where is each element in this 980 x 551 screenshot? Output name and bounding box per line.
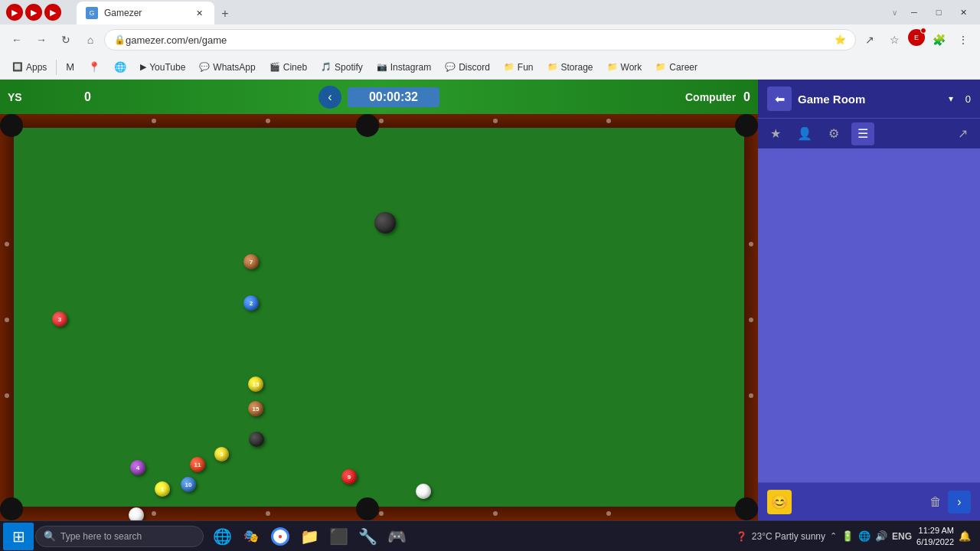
content-area: YS 0 ‹ 00:00:32 Computer 0 (0, 80, 980, 520)
search-placeholder: Type here to search (60, 531, 142, 542)
menu-button[interactable]: ⋮ (952, 29, 974, 51)
yt-icon-3[interactable]: ▶ (44, 4, 61, 21)
tab-scroll-icon: ∨ (892, 5, 897, 20)
nav-bar: ← → ↻ ⌂ 🔒 gamezer.com/en/game ⭐ ↗ ☆ E 🧩 … (0, 24, 980, 55)
search-bar[interactable]: 🔍 Type here to search (35, 526, 204, 547)
taskbar-app2[interactable]: 🎮 (383, 523, 410, 550)
bookmark-spotify[interactable]: 🎵 Spotify (315, 58, 369, 77)
bookmark-fun[interactable]: 📁 Fun (498, 58, 540, 77)
emoji-button[interactable]: 😊 (767, 490, 792, 514)
taskbar-apps: 🌐 🎭 ● 📁 ⬛ 🔧 🎮 (208, 523, 410, 550)
sidebar-count: 0 (965, 93, 971, 105)
taskbar-right: ❓ 23°C Partly sunny ⌃ 🔋 🌐 🔊 ENG 11:29 AM… (736, 525, 977, 547)
profile-icon[interactable]: E (908, 29, 925, 46)
close-button[interactable]: ✕ (952, 5, 974, 20)
back-game-button[interactable]: ‹ (318, 86, 341, 109)
taskbar-terminal[interactable]: ⬛ (325, 523, 352, 550)
bookmark-button[interactable]: ☆ (884, 29, 905, 51)
sidebar-back-button[interactable]: ⬅ (767, 86, 792, 111)
rail-bottom (0, 507, 758, 520)
title-bar: ▶ ▶ ▶ G Gamezer ✕ + ∨ ─ □ ✕ (0, 0, 980, 24)
start-button[interactable]: ⊞ (3, 523, 34, 550)
player-name: YS (8, 91, 69, 103)
active-tab[interactable]: G Gamezer ✕ (77, 2, 214, 24)
yt-icon-2[interactable]: ▶ (25, 4, 42, 21)
favorites-button[interactable]: ★ (764, 122, 787, 145)
reload-button[interactable]: ↻ (55, 29, 77, 51)
table-outer (0, 114, 758, 520)
bookmark-maps[interactable]: 📍 (82, 58, 106, 77)
bookmarks-bar: 🔲 Apps M 📍 🌐 ▶ YouTube 💬 WhatsApp 🎬 Cine… (0, 55, 980, 80)
bookmark-chrome[interactable]: 🌐 (108, 58, 132, 77)
pocket-bot-right (735, 497, 758, 520)
show-hidden-icon[interactable]: ⌃ (830, 531, 837, 541)
clock-date: 6/19/2022 (916, 536, 954, 547)
computer-name: Computer (685, 91, 736, 103)
computer-score: 0 (743, 90, 750, 104)
tab-favicon: G (86, 7, 98, 19)
sidebar: ⬅ Game Room ▾ 0 ★ 👤 ⚙ ☰ ↗ › 😊 🗑 › (758, 80, 980, 520)
pocket-bot-left (0, 497, 23, 520)
bookmark-whatsapp[interactable]: 💬 WhatsApp (193, 58, 261, 77)
settings-button[interactable]: ⚙ (822, 122, 845, 145)
back-button[interactable]: ← (6, 29, 28, 51)
language-indicator: ENG (892, 531, 912, 542)
address-bar[interactable]: 🔒 gamezer.com/en/game ⭐ (104, 29, 856, 51)
clock-time: 11:29 AM (916, 525, 954, 536)
sidebar-toolbar: ★ 👤 ⚙ ☰ ↗ › (758, 118, 980, 148)
weather-text: 23°C Partly sunny (752, 531, 825, 542)
nav-actions: ↗ ☆ E 🧩 ⋮ (859, 29, 974, 51)
yt-icon-1[interactable]: ▶ (6, 4, 23, 21)
new-tab-button[interactable]: + (214, 3, 236, 24)
taskbar-app1[interactable]: 🔧 (354, 523, 381, 550)
bookmark-instagram[interactable]: 📷 Instagram (371, 58, 437, 77)
notifications-icon[interactable]: 🔔 (959, 530, 971, 542)
tab-title: Gamezer (104, 8, 142, 18)
external-button[interactable]: ↗ (951, 122, 974, 145)
delete-button[interactable]: 🗑 (929, 495, 942, 509)
bookmark-career[interactable]: 📁 Career (649, 58, 704, 77)
sidebar-dropdown[interactable]: ▾ (949, 93, 953, 104)
system-clock: 11:29 AM 6/19/2022 (916, 525, 954, 547)
sidebar-header: ⬅ Game Room ▾ 0 (758, 80, 980, 118)
bookmark-youtube[interactable]: ▶ YouTube (134, 58, 191, 77)
score-bar: YS 0 ‹ 00:00:32 Computer 0 (0, 80, 758, 114)
window-controls: ∨ ─ □ ✕ (892, 5, 974, 20)
share-button[interactable]: ↗ (859, 29, 880, 51)
system-icons: 23°C Partly sunny (752, 531, 825, 542)
url-text: gamezer.com/en/game (126, 34, 835, 46)
rail-left (0, 128, 14, 507)
timer-container: ‹ 00:00:32 (318, 86, 439, 109)
taskbar-chrome[interactable]: ● (266, 523, 294, 550)
sidebar-footer: 😊 🗑 › (758, 482, 980, 520)
next-button[interactable]: › (948, 491, 971, 514)
bookmark-storage[interactable]: 📁 Storage (541, 58, 599, 77)
player-score: 0 (84, 90, 91, 104)
sidebar-title: Game Room (798, 93, 942, 106)
pocket-top-mid (356, 114, 379, 137)
users-button[interactable]: 👤 (793, 122, 816, 145)
bookmark-cineb[interactable]: 🎬 Cineb (263, 58, 313, 77)
minimize-button[interactable]: ─ (903, 5, 925, 20)
game-timer: 00:00:32 (348, 87, 439, 107)
taskbar-anim[interactable]: 🎭 (237, 523, 265, 550)
taskbar-files[interactable]: 📁 (296, 523, 323, 550)
rail-right (744, 128, 758, 507)
list-button[interactable]: ☰ (851, 122, 874, 145)
pool-table[interactable]: 3721315110411596 (0, 114, 758, 520)
tab-close-button[interactable]: ✕ (193, 7, 205, 19)
home-button[interactable]: ⌂ (80, 29, 101, 51)
forward-button[interactable]: → (31, 29, 52, 51)
taskbar-widgets[interactable]: 🌐 (208, 523, 236, 550)
network-icon: 🌐 (858, 530, 871, 542)
bookmark-discord[interactable]: 💬 Discord (439, 58, 496, 77)
bookmark-gmail[interactable]: M (60, 58, 80, 77)
help-icon[interactable]: ❓ (736, 531, 747, 542)
game-area: YS 0 ‹ 00:00:32 Computer 0 (0, 80, 758, 520)
bookmark-work[interactable]: 📁 Work (601, 58, 648, 77)
bookmark-apps[interactable]: 🔲 Apps (6, 58, 53, 77)
taskbar: ⊞ 🔍 Type here to search 🌐 🎭 ● 📁 ⬛ 🔧 🎮 ❓ … (0, 520, 980, 551)
maximize-button[interactable]: □ (928, 5, 949, 20)
extensions-button[interactable]: 🧩 (928, 29, 949, 51)
browser-frame: ▶ ▶ ▶ G Gamezer ✕ + ∨ ─ □ ✕ ← → ↻ ⌂ 🔒 g (0, 0, 980, 551)
